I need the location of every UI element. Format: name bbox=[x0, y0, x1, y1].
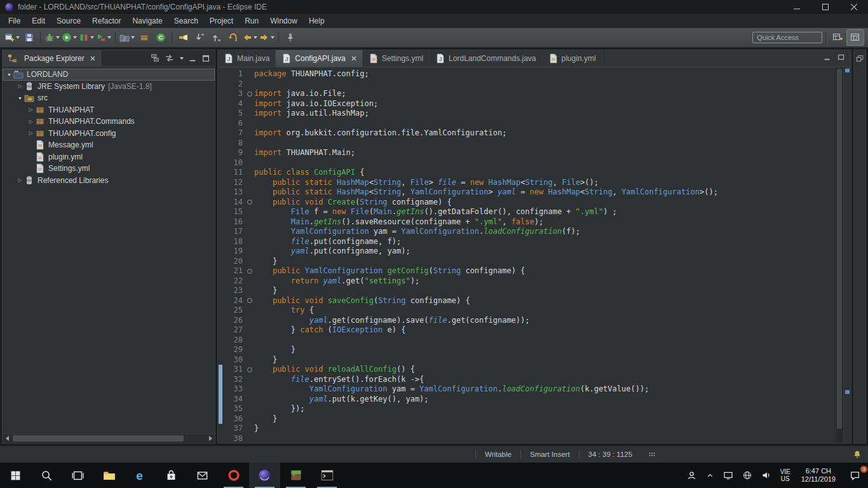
link-with-editor-icon[interactable] bbox=[165, 53, 174, 63]
command-prompt-icon[interactable] bbox=[311, 463, 342, 488]
menu-refactor[interactable]: Refactor bbox=[86, 15, 126, 27]
tree-item-jre-system-library[interactable]: ▷JRE System Library[JavaSE-1.8] bbox=[3, 81, 215, 93]
code-line[interactable]: 27 } catch (IOException e) { bbox=[218, 325, 836, 336]
code-line[interactable]: 24 public void saveConfig(String confign… bbox=[218, 296, 836, 306]
taskbar-search-icon[interactable] bbox=[31, 463, 62, 488]
scrollbar-track[interactable] bbox=[11, 434, 206, 443]
code-line[interactable]: 3import java.io.File; bbox=[218, 89, 836, 99]
code-line[interactable]: 26 yaml.get(configname).save(file.get(co… bbox=[218, 316, 836, 326]
minimize-editor-icon[interactable] bbox=[823, 53, 832, 64]
new-java-project-button[interactable]: J bbox=[119, 30, 135, 45]
code-line[interactable]: 34 yaml.put(k.getKey(), yam); bbox=[218, 395, 836, 405]
new-wizard-button[interactable] bbox=[4, 30, 20, 45]
microsoft-store-icon[interactable] bbox=[156, 463, 187, 488]
maximize-window-icon[interactable] bbox=[811, 0, 839, 14]
code-line[interactable]: 6 bbox=[218, 119, 836, 129]
close-window-icon[interactable] bbox=[839, 0, 868, 14]
menu-run[interactable]: Run bbox=[239, 15, 264, 27]
menu-source[interactable]: Source bbox=[51, 15, 86, 27]
fold-marker-icon[interactable] bbox=[245, 296, 254, 306]
code-line[interactable]: 20 } bbox=[218, 257, 836, 267]
file-explorer-icon[interactable] bbox=[93, 463, 125, 488]
restore-view-icon[interactable] bbox=[855, 54, 864, 65]
code-line[interactable]: 2 bbox=[218, 79, 836, 90]
dropdown-caret-icon[interactable] bbox=[90, 36, 94, 39]
new-class-button[interactable]: C bbox=[153, 30, 168, 45]
menu-navigate[interactable]: Navigate bbox=[126, 15, 168, 27]
expanded-arrow-icon[interactable]: ▼ bbox=[5, 72, 13, 77]
code-line[interactable]: 15 File f = new File(Main.getIns().getDa… bbox=[218, 207, 836, 217]
maximize-view-icon[interactable] bbox=[201, 54, 210, 63]
minecraft-icon[interactable] bbox=[280, 463, 311, 488]
tree-item-thuanphat-commands[interactable]: ▷THUANPHAT.Commands bbox=[3, 116, 215, 128]
menu-window[interactable]: Window bbox=[264, 15, 303, 27]
search-button[interactable] bbox=[175, 30, 191, 45]
editor-tab-settings-yml[interactable]: Settings.yml bbox=[363, 50, 430, 67]
close-view-icon[interactable] bbox=[90, 56, 95, 61]
code-line[interactable]: 21 public YamlConfiguration getConfig(St… bbox=[218, 266, 836, 276]
java-perspective-button[interactable]: J bbox=[846, 29, 864, 46]
code-line[interactable]: 30 } bbox=[218, 355, 836, 365]
run-external-tools-button[interactable] bbox=[95, 30, 112, 45]
code-line[interactable]: 29 } bbox=[218, 345, 836, 355]
code-line[interactable]: 31 public void reloadAllConfig() { bbox=[218, 365, 836, 375]
code-line[interactable]: 19 yaml.put(configname, yam); bbox=[218, 247, 836, 257]
code-line[interactable]: 18 file.put(configname, f); bbox=[218, 237, 836, 247]
tree-item-thuanphat[interactable]: ▷THUANPHAT bbox=[3, 104, 215, 116]
code-line[interactable]: 7import org.bukkit.configuration.file.Ya… bbox=[218, 128, 836, 139]
start-button[interactable] bbox=[0, 463, 31, 488]
fold-marker-icon[interactable] bbox=[245, 89, 254, 99]
editor-scrollbar[interactable] bbox=[836, 67, 843, 443]
collapsed-arrow-icon[interactable]: ▷ bbox=[27, 130, 35, 136]
fold-marker-icon[interactable] bbox=[245, 266, 254, 276]
tree-item-plugin-yml[interactable]: plugin.yml bbox=[3, 151, 215, 163]
code-line[interactable]: 8 bbox=[218, 139, 836, 149]
next-annotation-button[interactable] bbox=[192, 30, 208, 45]
prev-annotation-button[interactable] bbox=[208, 30, 224, 45]
code-line[interactable]: 1package THUANPHAT.config; bbox=[218, 69, 836, 79]
people-icon[interactable] bbox=[682, 463, 702, 488]
code-line[interactable]: 33 YamlConfiguration yam = YamlConfigura… bbox=[218, 384, 836, 395]
minimize-window-icon[interactable] bbox=[782, 0, 811, 14]
menu-project[interactable]: Project bbox=[204, 15, 239, 27]
code-line[interactable]: 17 YamlConfiguration yam = YamlConfigura… bbox=[218, 227, 836, 237]
fold-marker-icon[interactable] bbox=[245, 198, 254, 208]
code-line[interactable]: 5import java.util.HashMap; bbox=[218, 109, 836, 119]
network-icon[interactable] bbox=[719, 463, 738, 488]
tree-item-lordland[interactable]: ▼LORDLAND bbox=[3, 69, 215, 81]
minimize-view-icon[interactable] bbox=[188, 54, 197, 63]
collapsed-arrow-icon[interactable]: ▷ bbox=[27, 119, 35, 125]
dropdown-caret-icon[interactable] bbox=[271, 36, 275, 39]
globe-icon[interactable] bbox=[738, 463, 757, 488]
horizontal-scrollbar[interactable] bbox=[3, 433, 215, 443]
save-button[interactable] bbox=[21, 30, 37, 45]
editor-tab-main-java[interactable]: JMain.java bbox=[218, 50, 276, 67]
view-menu-icon[interactable] bbox=[179, 57, 184, 60]
dropdown-caret-icon[interactable] bbox=[131, 36, 135, 39]
package-explorer-tab[interactable]: Package Explorer bbox=[3, 50, 101, 66]
hidden-icons-chevron[interactable] bbox=[702, 463, 719, 488]
eclipse-taskbar-icon[interactable] bbox=[249, 463, 280, 488]
code-line[interactable]: 37} bbox=[218, 424, 836, 434]
collapsed-arrow-icon[interactable]: ▷ bbox=[16, 177, 24, 183]
code-line[interactable]: 38 bbox=[218, 434, 836, 444]
pin-editor-button[interactable] bbox=[282, 30, 298, 45]
forward-button[interactable] bbox=[259, 30, 275, 45]
selection-info-icon[interactable] bbox=[641, 450, 663, 459]
dropdown-caret-icon[interactable] bbox=[56, 36, 60, 39]
insert-mode-status[interactable]: Smart Insert bbox=[521, 451, 579, 458]
language-indicator[interactable]: VIE US bbox=[776, 463, 795, 488]
menu-help[interactable]: Help bbox=[303, 15, 330, 27]
code-line[interactable]: 9import THUANPHAT.Main; bbox=[218, 148, 836, 158]
code-line[interactable]: 35 }); bbox=[218, 404, 836, 414]
tree-item-referenced-libraries[interactable]: ▷Referenced Libraries bbox=[3, 175, 215, 187]
close-tab-icon[interactable] bbox=[351, 56, 356, 61]
collapse-all-icon[interactable] bbox=[151, 53, 160, 63]
coverage-button[interactable] bbox=[78, 30, 95, 45]
code-line[interactable]: 12 public static HashMap<String, File> f… bbox=[218, 178, 836, 188]
tree-item-settings-yml[interactable]: Settings.yml bbox=[3, 163, 215, 175]
quick-access-input[interactable] bbox=[752, 32, 822, 43]
collapsed-arrow-icon[interactable]: ▷ bbox=[27, 107, 35, 112]
dropdown-caret-icon[interactable] bbox=[107, 36, 111, 39]
tree-item-src[interactable]: ▼src bbox=[3, 92, 215, 104]
